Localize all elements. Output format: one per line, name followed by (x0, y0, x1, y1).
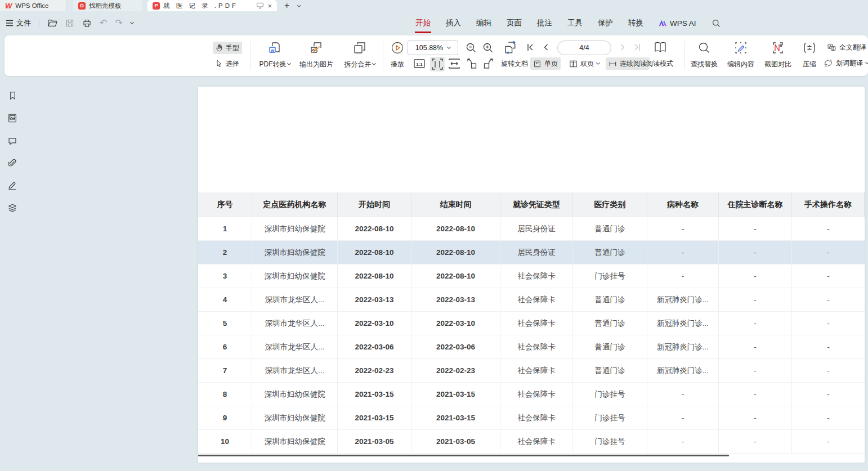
table-cell: 普通门诊 (573, 335, 647, 358)
full-translate-icon: A (827, 43, 836, 52)
tab-comment[interactable]: 批注 (537, 18, 552, 28)
fit-page-icon[interactable] (430, 57, 445, 71)
cursor-icon (216, 60, 223, 68)
table-cell: 2022-03-13 (411, 288, 500, 311)
table-cell: 普通门诊 (573, 359, 647, 382)
tab-insert[interactable]: 插入 (446, 18, 461, 28)
tab-docer-templates[interactable]: D 找稻壳模板 (73, 0, 142, 11)
tab-home[interactable]: 开始 (415, 18, 431, 28)
table-cell: 社会保障卡 (500, 335, 573, 358)
menu-search-icon[interactable] (712, 19, 721, 28)
continuous-read-label: 连续阅读 (620, 59, 647, 69)
tab-wps-ai[interactable]: WPS AI (659, 19, 696, 28)
find-replace-button[interactable]: 查找替换 (687, 39, 722, 72)
tab-tools[interactable]: 工具 (567, 18, 583, 28)
next-page-icon[interactable] (618, 43, 627, 52)
tab-protect[interactable]: 保护 (598, 18, 613, 28)
split-merge-icon (353, 41, 366, 55)
quick-access-chevron-icon[interactable] (130, 20, 134, 24)
thumbnails-icon[interactable] (7, 113, 18, 124)
actual-size-icon[interactable]: 1:1 (413, 58, 426, 69)
single-page-button[interactable]: 单页 (530, 57, 561, 70)
close-tab-icon[interactable]: × (267, 2, 272, 10)
tab-wps-office[interactable]: W WPS Office (0, 0, 66, 11)
compress-button[interactable]: 压缩 (797, 39, 822, 72)
tab-list-chevron-icon[interactable] (297, 3, 301, 7)
table-horizontal-scrollbar[interactable] (198, 455, 729, 456)
table-cell: - (719, 430, 792, 453)
table-cell: - (792, 359, 865, 382)
tab-edit[interactable]: 编辑 (476, 18, 491, 28)
tab-document-active[interactable]: P 就 医 记 录 .PDF × (147, 0, 277, 11)
redo-icon[interactable]: ↷ (115, 19, 122, 28)
table-cell: 2022-03-10 (338, 312, 411, 335)
table-cell: 深圳市龙华区人... (252, 312, 338, 335)
screenshot-compare-button[interactable]: 截图对比 (760, 39, 796, 72)
compress-icon (803, 41, 816, 55)
word-translate-button[interactable]: 文A 划词翻译 (821, 57, 868, 69)
pdf-convert-button[interactable]: w PDF转换 (254, 39, 295, 72)
bookmark-icon[interactable] (7, 90, 18, 101)
table-cell: 10 (198, 430, 252, 453)
table-cell: - (792, 264, 865, 288)
layers-icon[interactable] (7, 203, 18, 214)
zoom-level-select[interactable]: 105.88% (408, 41, 458, 55)
table-cell: - (719, 406, 792, 429)
table-cell: 深圳市妇幼保健院 (252, 430, 338, 453)
page-indicator-input[interactable]: 4/4 (557, 41, 611, 55)
table-cell: 2022-03-13 (338, 288, 411, 311)
last-page-icon[interactable] (633, 43, 642, 52)
edit-content-icon (734, 41, 748, 55)
svg-text:w: w (270, 48, 275, 53)
pdf-page[interactable]: 序号定点医药机构名称开始时间结束时间就诊凭证类型医疗类别病种名称住院主诊断名称手… (198, 87, 865, 463)
rotate-left-icon[interactable] (466, 58, 478, 69)
undo-icon[interactable]: ↶ (100, 19, 107, 28)
signature-pen-icon[interactable] (7, 180, 18, 191)
table-cell: 社会保障卡 (500, 406, 573, 429)
table-cell: - (792, 406, 865, 429)
table-cell: 2021-03-15 (411, 383, 500, 406)
attachment-icon[interactable] (7, 158, 18, 169)
window-tabbar: W WPS Office D 找稻壳模板 P 就 医 记 录 .PDF × + (0, 0, 868, 11)
play-label: 播放 (391, 60, 404, 69)
table-cell: 2022-08-10 (411, 264, 500, 288)
swap-pages-icon[interactable] (503, 40, 518, 55)
pdf-convert-icon: w (268, 41, 281, 55)
export-image-button[interactable]: 输出为图片 (295, 39, 338, 72)
tab-docer-label: 找稻壳模板 (89, 2, 122, 10)
rotate-document-button[interactable]: 旋转文档 (499, 57, 530, 70)
hand-tool-button[interactable]: 手型 (213, 42, 242, 54)
table-row: 9深圳市妇幼保健院2021-03-152021-03-15社会保障卡门诊挂号--… (198, 406, 865, 430)
play-button[interactable]: 播放 (385, 39, 410, 72)
zoom-out-icon[interactable] (465, 42, 477, 54)
print-icon[interactable] (82, 19, 92, 28)
prev-page-icon[interactable] (542, 43, 551, 52)
table-header-cell: 序号 (198, 192, 252, 217)
first-page-icon[interactable] (526, 43, 535, 52)
left-panel-rail (0, 79, 25, 471)
svg-text:A: A (829, 59, 832, 62)
fit-width-icon[interactable] (448, 58, 460, 69)
table-cell: 居民身份证 (500, 241, 573, 264)
zoom-in-icon[interactable] (482, 42, 494, 54)
save-icon[interactable] (65, 19, 74, 28)
select-tool-button[interactable]: 选择 (213, 57, 242, 70)
tab-page[interactable]: 页面 (507, 18, 522, 28)
file-menu-button[interactable]: 文件 (6, 18, 31, 28)
rotate-right-icon[interactable] (482, 58, 494, 69)
double-page-button[interactable]: 双页 (566, 57, 602, 70)
open-file-icon[interactable] (47, 19, 57, 28)
comment-icon[interactable] (7, 135, 18, 146)
rotate-document-label: 旋转文档 (501, 59, 528, 69)
tab-convert[interactable]: 转换 (628, 18, 643, 28)
new-tab-button[interactable]: + (284, 0, 289, 11)
split-merge-button[interactable]: 拆分合并 (339, 39, 381, 72)
edit-content-button[interactable]: 编辑内容 (723, 39, 759, 72)
continuous-read-icon (609, 60, 617, 68)
read-mode-button[interactable]: 阅读模式 (644, 57, 675, 70)
table-cell: 新冠肺炎门诊... (647, 335, 719, 358)
full-translate-button[interactable]: A 全文翻译 (824, 41, 868, 53)
monitor-icon[interactable] (256, 2, 264, 9)
table-cell: - (792, 217, 865, 240)
continuous-read-button[interactable]: 连续阅读 (606, 57, 650, 70)
